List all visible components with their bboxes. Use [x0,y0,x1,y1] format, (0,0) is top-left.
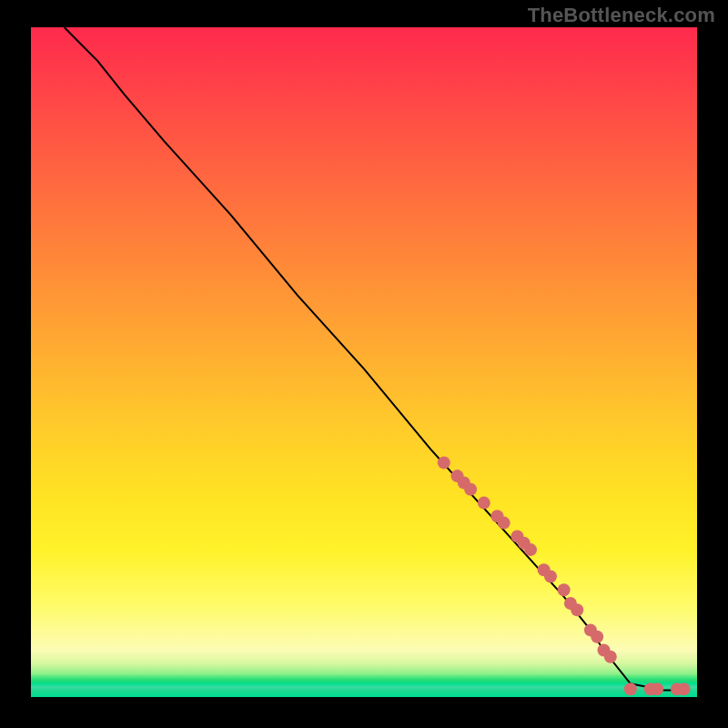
data-point [524,543,537,556]
data-point [677,682,690,695]
data-curve [65,27,684,691]
chart-frame: TheBottleneck.com [0,0,728,728]
data-point [498,517,511,530]
data-point [464,483,477,496]
data-point [558,583,571,596]
chart-overlay [31,27,697,697]
data-point [624,682,637,695]
data-point [571,603,583,616]
data-point [591,631,603,643]
data-point [438,456,450,469]
data-point [604,651,617,663]
watermark-text: TheBottleneck.com [528,4,715,27]
data-point [651,682,663,695]
data-point [544,571,557,583]
data-point [478,497,490,510]
data-points [438,456,691,695]
